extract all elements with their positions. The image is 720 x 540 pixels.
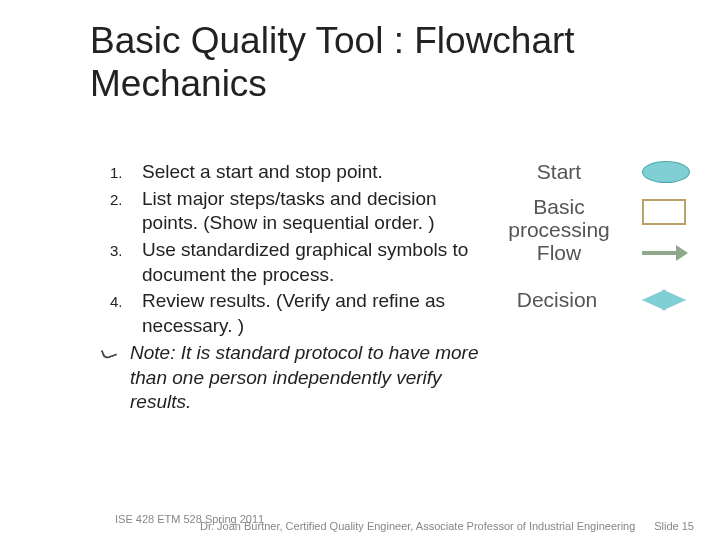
rectangle-icon <box>642 199 686 225</box>
slide-number: Slide 15 <box>654 520 694 532</box>
arrow-icon <box>642 243 690 263</box>
note: Note: It is standard protocol to have mo… <box>110 341 490 415</box>
oval-icon <box>642 161 690 183</box>
step-1: Select a start and stop point. <box>110 160 490 185</box>
diamond-icon <box>638 289 690 311</box>
step-4: Review results. (Verify and refine as ne… <box>110 289 490 338</box>
footer-author: Dr. Joan Burtner, Certified Quality Engi… <box>200 520 635 532</box>
legend: Start Basic processing Flow Decision <box>490 160 690 323</box>
legend-decision-label: Decision <box>490 288 624 311</box>
legend-basic-label: Basic processing Flow <box>490 195 628 264</box>
step-3: Use standardized graphical symbols to do… <box>110 238 490 287</box>
slide-title: Basic Quality Tool : Flowchart Mechanics <box>90 20 720 105</box>
legend-start-label: Start <box>490 160 628 183</box>
steps-list: Select a start and stop point. List majo… <box>110 160 490 415</box>
step-2: List major steps/tasks and decision poin… <box>110 187 490 236</box>
